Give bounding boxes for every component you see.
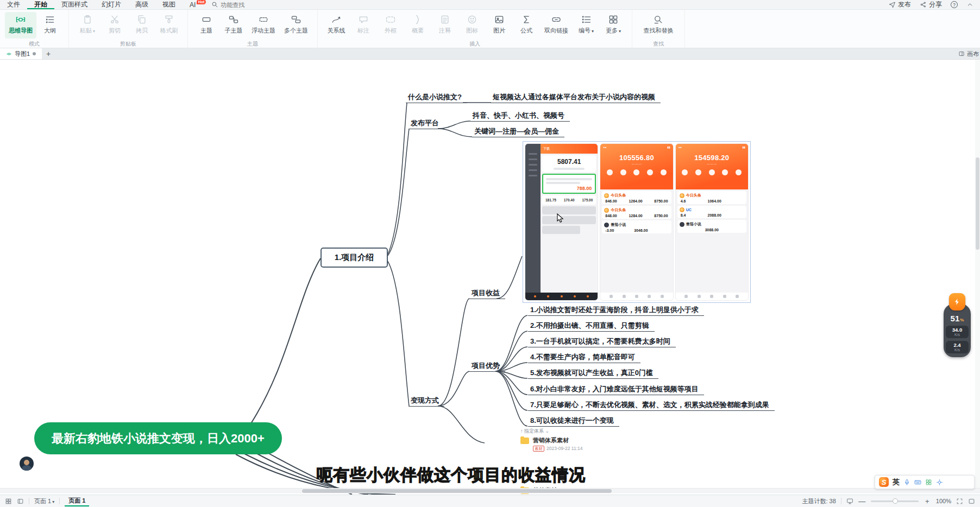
sogou-logo[interactable]: S (879, 477, 889, 487)
format-painter-button[interactable]: 格式刷 (155, 12, 183, 39)
bidirectional-link-button[interactable]: 双向链接 (540, 12, 573, 39)
fit-screen-icon[interactable] (956, 498, 963, 505)
collapse-ribbon-icon[interactable] (966, 1, 973, 8)
menu-page-style[interactable]: 页面样式 (54, 0, 95, 9)
page-selector[interactable]: 页面 1 (34, 497, 54, 505)
add-map-button[interactable]: + (42, 49, 55, 58)
copy-button[interactable]: 拷贝 (128, 12, 155, 39)
advantage-item-5[interactable]: 5.发布视频就可以产生收益，真正0门槛 (528, 368, 658, 379)
advantage-item-4[interactable]: 4.不需要生产内容，简单配音即可 (528, 352, 640, 363)
monitor-capsule: 51% 34.0K/s 2.4K/s (944, 304, 971, 357)
formula-button[interactable]: 公式 (513, 12, 540, 39)
share-button[interactable]: 分享 (920, 0, 942, 9)
advantage-item-2[interactable]: 2.不用拍摄出镜、不用直播、只需剪辑 (528, 321, 655, 332)
advantage-item-7[interactable]: 7.只要足够耐心，不断去优化视频、素材、选文，积累实战经验都能拿到成果 (528, 400, 775, 411)
tab-map1[interactable]: 导图1 (0, 48, 42, 59)
settings-icon[interactable] (936, 479, 943, 486)
fullscreen-icon[interactable] (968, 498, 975, 505)
note-button[interactable]: 注释 (431, 12, 458, 39)
topic-button[interactable]: 主题 (193, 12, 220, 39)
normal-view-icon[interactable] (17, 498, 24, 505)
node-platform-child-2[interactable]: 关键词—注册—会员—佣金 (472, 126, 564, 137)
phone1-stats-row: 181.75170.40175.00 (542, 195, 596, 205)
menu-advanced-label: 高级 (135, 0, 148, 9)
presentation-icon[interactable] (846, 498, 853, 505)
numbering-button[interactable]: 编号 (573, 12, 600, 39)
node-monetize[interactable]: 变现方式 (409, 396, 444, 407)
ime-toolbar[interactable]: S 英 (875, 475, 975, 489)
divider (59, 498, 60, 504)
menu-home[interactable]: 开始 (27, 0, 54, 9)
mindmap-canvas[interactable]: 1.项目介绍 什么是小说推文? 短视频达人通过各媒体平台发布关于小说内容的视频 … (0, 60, 980, 495)
zoom-in-button[interactable]: + (924, 497, 931, 505)
node-platform[interactable]: 发布平台 (409, 118, 444, 129)
floating-topic-button[interactable]: 浮动主题 (247, 12, 280, 39)
subtopic-label: 子主题 (225, 27, 243, 35)
central-topic-pill[interactable]: 最新右豹地铁小说推文变现，日入2000+ (34, 422, 282, 454)
page-tab-active[interactable]: 页面 1 (65, 496, 89, 506)
file-list-header[interactable]: 指定体系 (520, 428, 683, 435)
node-advantage[interactable]: 项目优势 (469, 361, 505, 372)
menu-page-style-label: 页面样式 (61, 0, 87, 9)
search-input[interactable] (221, 2, 269, 8)
menu-file-label: 文件 (7, 0, 20, 9)
vertical-scrollbar-thumb[interactable] (976, 157, 979, 250)
horizontal-scrollbar[interactable] (0, 488, 980, 493)
menu-ai[interactable]: AI Hot (183, 0, 203, 9)
more-button[interactable]: 更多 (600, 12, 627, 39)
menu-advanced[interactable]: 高级 (128, 0, 155, 9)
phone-screenshot-3: ●●▮▮ 154598.20 — — — 今日头条 4.61064.00 UC … (675, 143, 749, 301)
phone2-row-1: 今日头条 846.001264.008750.00 (602, 191, 671, 204)
node-what-is[interactable]: 什么是小说推文? (406, 92, 467, 103)
note-icon (439, 14, 450, 25)
app-avatar (680, 222, 684, 227)
node-income[interactable]: 项目收益 (469, 288, 505, 299)
income-screenshot-image[interactable]: 下载 5807.41 788.00 181.75170.40175.00 (523, 141, 751, 303)
relation-line-button[interactable]: 关系线 (323, 12, 350, 39)
numbering-icon (581, 14, 592, 25)
ime-language-toggle[interactable]: 英 (893, 477, 900, 487)
help-button[interactable]: ? (951, 1, 958, 8)
mic-icon[interactable] (903, 479, 910, 486)
statusbar-right: 主题计数: 38 — + 100% (802, 497, 976, 505)
advantage-item-1[interactable]: 1.小说推文暂时还处于蓝海阶段，抖音上明显供小于求 (528, 305, 704, 316)
outline-mode-button[interactable]: 大纲 (36, 12, 64, 39)
mascot-avatar (604, 208, 609, 213)
keyboard-icon[interactable] (914, 479, 921, 486)
file-row-1[interactable]: 营销体系素材 素材2023-09-22 11:14 (520, 436, 582, 452)
zoom-level[interactable]: 100% (936, 498, 951, 504)
icon-button[interactable]: 图标 (458, 12, 486, 39)
copy-icon (136, 14, 147, 25)
mindmap-mode-button[interactable]: 思维导图 (5, 12, 36, 39)
node-platform-child-1[interactable]: 抖音、快手、小红书、视频号 (470, 111, 570, 122)
help-label: ? (953, 2, 956, 8)
canvas-panel-toggle[interactable]: 画布 (958, 50, 980, 58)
vertical-scrollbar[interactable] (975, 60, 980, 488)
horizontal-scrollbar-thumb[interactable] (302, 489, 612, 493)
zoom-slider-knob[interactable] (893, 498, 898, 504)
menu-slides[interactable]: 幻灯片 (95, 0, 128, 9)
menu-view[interactable]: 视图 (155, 0, 183, 9)
feature-search[interactable] (211, 1, 269, 8)
toolbox-icon[interactable] (925, 479, 932, 486)
find-replace-button[interactable]: 查找和替换 (637, 12, 680, 39)
zoom-out-button[interactable]: — (858, 497, 866, 505)
zoom-slider[interactable] (871, 500, 919, 502)
advantage-item-8[interactable]: 8.可以收徒来进行一个变现 (528, 416, 619, 427)
net-monitor-widget[interactable]: 51% 34.0K/s 2.4K/s (944, 293, 971, 357)
paste-button[interactable]: 粘贴 (74, 12, 101, 39)
image-button[interactable]: 图片 (486, 12, 513, 39)
callout-button[interactable]: 标注 (350, 12, 377, 39)
boundary-button[interactable]: 外框 (377, 12, 404, 39)
cut-button[interactable]: 剪切 (101, 12, 128, 39)
subtopic-button[interactable]: 子主题 (220, 12, 247, 39)
publish-button[interactable]: 发布 (889, 0, 911, 9)
node-what-is-child[interactable]: 短视频达人通过各媒体平台发布关于小说内容的视频 (491, 92, 661, 103)
advantage-item-6[interactable]: 6.对小白非常友好，入门难度远低于其他短视频等项目 (528, 384, 704, 395)
multi-topic-button[interactable]: 多个主题 (280, 12, 312, 39)
summary-button[interactable]: 概要 (404, 12, 431, 39)
grid-view-icon[interactable] (5, 498, 12, 505)
menu-file[interactable]: 文件 (0, 0, 27, 9)
advantage-item-3[interactable]: 3.一台手机就可以搞定，不需要耗费太多时间 (528, 337, 676, 347)
root-topic[interactable]: 1.项目介绍 (321, 248, 388, 268)
